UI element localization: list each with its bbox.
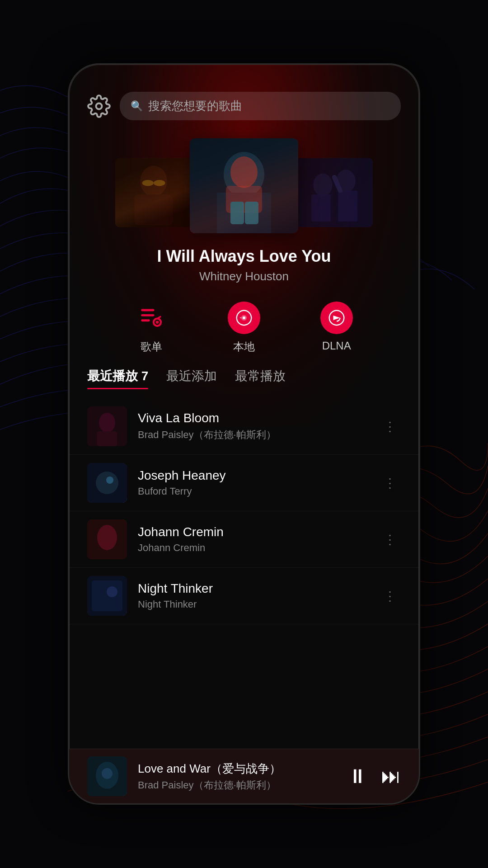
song-artist-4: Night Thinker (138, 599, 368, 610)
nav-local[interactable]: 本地 (228, 302, 260, 354)
song-list: Viva La Bloom Brad Paisley（布拉德·帕斯利） ⋮ Jo… (69, 398, 419, 749)
more-btn-1[interactable]: ⋮ (379, 415, 401, 439)
song-name-4: Night Thinker (138, 581, 368, 596)
nav-dlna[interactable]: DLNA (320, 302, 353, 354)
song-info-1: Viva La Bloom Brad Paisley（布拉德·帕斯利） (138, 411, 368, 442)
svg-point-32 (99, 413, 115, 433)
svg-rect-21 (141, 314, 155, 316)
search-bar[interactable]: 🔍 搜索您想要的歌曲 (120, 92, 401, 120)
song-info-2: Joseph Heaney Buford Terry (138, 468, 368, 497)
song-info: I Will Always Love You Whitney Houston (69, 238, 419, 288)
nav-playlist[interactable]: 歌单 (135, 302, 168, 354)
album-card-left[interactable] (115, 158, 192, 227)
tab-new[interactable]: 最近添加 (166, 368, 217, 389)
tabs: 最近播放 7 最近添加 最常播放 (69, 368, 419, 398)
more-btn-2[interactable]: ⋮ (379, 471, 401, 495)
local-icon (228, 302, 260, 334)
svg-point-29 (240, 317, 242, 319)
svg-point-10 (230, 156, 258, 188)
tab-recent[interactable]: 最近播放 7 (87, 368, 148, 389)
phone-content: 🔍 搜索您想要的歌曲 (69, 65, 419, 803)
song-artist-3: Johann Cremin (138, 542, 368, 554)
settings-icon[interactable] (87, 94, 111, 118)
song-name-2: Joseph Heaney (138, 468, 368, 483)
np-thumbnail (87, 756, 127, 796)
svg-rect-17 (311, 194, 331, 222)
np-info: Love and War（爱与战争） Brad Paisley（布拉德·帕斯利） (138, 761, 337, 792)
svg-rect-13 (245, 202, 258, 224)
album-carousel (69, 129, 419, 238)
svg-point-35 (96, 472, 118, 494)
song-info-4: Night Thinker Night Thinker (138, 581, 368, 610)
list-item[interactable]: Johann Cremin Johann Cremin ⋮ (69, 511, 419, 568)
svg-point-6 (154, 180, 165, 186)
song-thumb-3 (87, 519, 127, 559)
list-item[interactable]: Viva La Bloom Brad Paisley（布拉德·帕斯利） ⋮ (69, 398, 419, 455)
playlist-icon (135, 302, 168, 334)
album-img-center (190, 138, 298, 233)
nav-icons: 歌单 本地 (69, 288, 419, 368)
svg-rect-20 (141, 309, 155, 311)
tab-most[interactable]: 最常播放 (235, 368, 286, 389)
playlist-label: 歌单 (141, 340, 162, 354)
svg-line-25 (157, 316, 161, 319)
album-card-right[interactable] (296, 158, 373, 227)
search-placeholder: 搜索您想要的歌曲 (148, 98, 242, 114)
svg-rect-14 (296, 158, 373, 227)
svg-point-24 (156, 321, 159, 324)
song-artist: Whitney Houston (87, 269, 401, 283)
search-icon: 🔍 (131, 100, 143, 112)
svg-rect-4 (135, 194, 173, 225)
np-title: Love and War（爱与战争） (138, 761, 337, 777)
more-btn-3[interactable]: ⋮ (379, 528, 401, 552)
svg-point-36 (106, 476, 113, 484)
list-item[interactable]: Night Thinker Night Thinker ⋮ (69, 568, 419, 624)
next-button[interactable]: ⏭ (381, 765, 401, 788)
svg-point-45 (102, 768, 113, 779)
svg-rect-12 (230, 202, 244, 224)
now-playing-bar: Love and War（爱与战争） Brad Paisley（布拉德·帕斯利）… (69, 749, 419, 803)
svg-point-5 (142, 180, 154, 186)
song-info-3: Johann Cremin Johann Cremin (138, 525, 368, 554)
song-name-3: Johann Cremin (138, 525, 368, 539)
song-title: I Will Always Love You (87, 247, 401, 266)
svg-rect-33 (97, 431, 117, 446)
dlna-icon (320, 302, 353, 334)
song-thumb-2 (87, 463, 127, 503)
song-artist-1: Brad Paisley（布拉德·帕斯利） (138, 428, 368, 442)
album-img-left (115, 158, 192, 227)
svg-rect-18 (338, 191, 358, 222)
np-controls: ⏸ ⏭ (347, 765, 401, 788)
svg-rect-41 (92, 580, 122, 611)
header: 🔍 搜索您想要的歌曲 (69, 65, 419, 129)
svg-point-38 (97, 525, 117, 550)
album-card-center[interactable] (190, 138, 298, 233)
np-artist: Brad Paisley（布拉德·帕斯利） (138, 778, 337, 792)
list-item[interactable]: Joseph Heaney Buford Terry ⋮ (69, 455, 419, 511)
dlna-label: DLNA (322, 340, 351, 352)
svg-point-1 (96, 103, 102, 109)
svg-point-15 (313, 174, 333, 197)
more-btn-4[interactable]: ⋮ (379, 584, 401, 608)
song-artist-2: Buford Terry (138, 486, 368, 497)
phone-device: 🔍 搜索您想要的歌曲 (68, 63, 420, 805)
song-thumb-1 (87, 406, 127, 446)
svg-rect-22 (141, 319, 150, 321)
album-img-right (296, 158, 373, 227)
svg-point-42 (107, 586, 117, 597)
song-thumb-4 (87, 576, 127, 616)
pause-button[interactable]: ⏸ (347, 765, 367, 788)
song-name-1: Viva La Bloom (138, 411, 368, 425)
svg-point-28 (243, 316, 245, 319)
local-label: 本地 (233, 340, 255, 354)
